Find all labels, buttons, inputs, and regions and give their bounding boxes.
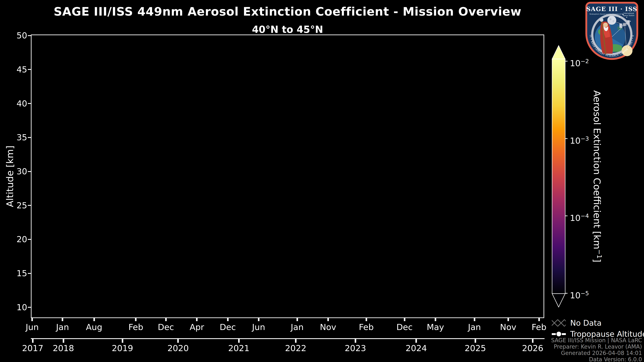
y-tick-label: 20: [0, 235, 27, 244]
year-tick-mark: [177, 339, 179, 343]
y-tick-label: 35: [0, 133, 27, 142]
x-month-label: Jan: [49, 323, 76, 332]
x-tick-mark: [165, 318, 167, 321]
mission-patch-logo: SAGE III · ISS Stratospheric Aerosol and…: [585, 2, 638, 61]
x-month-label: Jun: [245, 323, 272, 332]
colorbar-tick-1e-3: 10−3: [570, 133, 589, 144]
attribution: SAGE III/ISS Mission | NASA LaRC Prepare…: [551, 337, 642, 362]
year-label: 2019: [107, 344, 138, 353]
patch-moon-icon: [607, 16, 616, 25]
y-tick-mark: [28, 307, 31, 308]
x-month-label: Nov: [495, 323, 522, 332]
year-tick-mark: [474, 339, 476, 343]
y-axis-label: Altitude [km]: [4, 145, 15, 207]
colorbar-arrow-top-icon: [552, 45, 565, 59]
page-subtitle: 40°N to 45°N: [31, 24, 544, 35]
x-month-label: Dec: [214, 323, 241, 332]
year-label: 2022: [280, 344, 311, 353]
y-tick-label: 50: [0, 31, 27, 40]
x-tick-mark: [508, 318, 509, 321]
y-tick-mark: [28, 69, 31, 70]
y-tick-label: 30: [0, 167, 27, 176]
attribution-data-version: Data Version: 6.0.0: [551, 356, 642, 362]
x-month-label: Feb: [353, 323, 380, 332]
patch-subtitle-right2: Space Station: [623, 14, 634, 16]
x-tick-mark: [135, 318, 136, 321]
y-tick-label: 25: [0, 201, 27, 210]
year-label: 2023: [340, 344, 370, 353]
x-month-label: Feb: [526, 323, 552, 332]
x-tick-mark: [538, 318, 540, 321]
y-tick-mark: [28, 171, 31, 172]
legend-no-data: No Data: [552, 319, 602, 328]
year-label: 2025: [460, 344, 490, 353]
x-tick-mark: [366, 318, 367, 321]
colorbar-arrow-bottom-icon: [552, 294, 565, 307]
page-title: SAGE III/ISS 449nm Aerosol Extinction Co…: [31, 5, 544, 18]
attribution-generated: Generated 2026-04-08 14:01: [551, 350, 642, 356]
colorbar: [551, 43, 568, 312]
colorbar-tick-marks: [565, 61, 568, 293]
y-tick-mark: [28, 35, 31, 36]
x-month-label: Feb: [122, 323, 149, 332]
x-month-label: Dec: [152, 323, 179, 332]
year-axis-spine: [31, 338, 544, 339]
patch-title: SAGE III · ISS: [586, 5, 638, 12]
x-month-label: May: [422, 323, 449, 332]
colorbar-tick-1e-4: 10−4: [570, 211, 589, 221]
y-tick-label: 10: [0, 303, 27, 312]
x-tick-mark: [62, 318, 63, 321]
x-tick-mark: [196, 318, 198, 321]
x-tick-mark: [94, 318, 95, 321]
x-month-label: Jan: [284, 323, 310, 332]
year-tick-mark: [416, 339, 417, 343]
x-month-label: Apr: [184, 323, 210, 332]
colorbar-gradient-bar: [552, 59, 565, 294]
x-tick-mark: [474, 318, 475, 321]
year-label: 2024: [401, 344, 431, 353]
y-tick-label: 45: [0, 65, 27, 74]
patch-subtitle-right1: International: [623, 12, 634, 14]
y-axis-label-text: Altitude [km]: [4, 145, 15, 207]
x-tick-mark: [227, 318, 228, 321]
year-tick-mark: [63, 339, 64, 343]
attribution-mission: SAGE III/ISS Mission | NASA LaRC: [551, 337, 642, 344]
y-tick-label: 15: [0, 269, 27, 278]
year-tick-mark: [295, 339, 296, 343]
year-label: 2017: [18, 344, 48, 353]
x-month-label: Jan: [461, 323, 488, 332]
year-label: 2021: [224, 344, 254, 353]
legend-no-data-label: No Data: [570, 319, 602, 328]
patch-subtitle-left: Stratospheric Aerosol and Gas Experiment…: [590, 13, 623, 15]
y-tick-mark: [28, 137, 31, 138]
year-label: 2020: [163, 344, 193, 353]
y-tick-mark: [28, 205, 31, 206]
x-tick-mark: [327, 318, 329, 321]
year-tick-mark: [355, 339, 356, 343]
x-tick-mark: [31, 318, 33, 321]
plot-frame: [31, 34, 544, 318]
y-tick-label: 40: [0, 99, 27, 108]
attribution-preparer: Preparer: Kevin R. Leavor (AMA): [551, 344, 642, 350]
x-tick-mark: [404, 318, 405, 321]
x-tick-mark: [296, 318, 298, 321]
year-tick-mark: [32, 339, 34, 343]
x-month-label: Jun: [19, 323, 46, 332]
tropopause-line-icon: [552, 331, 566, 338]
y-tick-mark: [28, 239, 31, 240]
year-label: 2018: [48, 344, 78, 353]
x-tick-mark: [435, 318, 436, 321]
year-tick-mark: [532, 339, 534, 343]
year-tick-mark: [238, 339, 240, 343]
y-tick-mark: [28, 103, 31, 104]
colorbar-tick-1e-5: 10−5: [570, 288, 589, 299]
year-label: 2026: [518, 344, 548, 353]
x-month-label: Dec: [391, 323, 418, 332]
year-tick-mark: [122, 339, 123, 343]
x-month-label: Nov: [314, 323, 342, 332]
colorbar-label: Aerosol Extinction Coefficient [km−1]: [592, 90, 603, 263]
x-tick-mark: [258, 318, 260, 321]
figure: SAGE III/ISS 449nm Aerosol Extinction Co…: [0, 0, 644, 362]
x-month-label: Aug: [81, 323, 108, 332]
no-data-hatch-icon: [552, 320, 566, 327]
